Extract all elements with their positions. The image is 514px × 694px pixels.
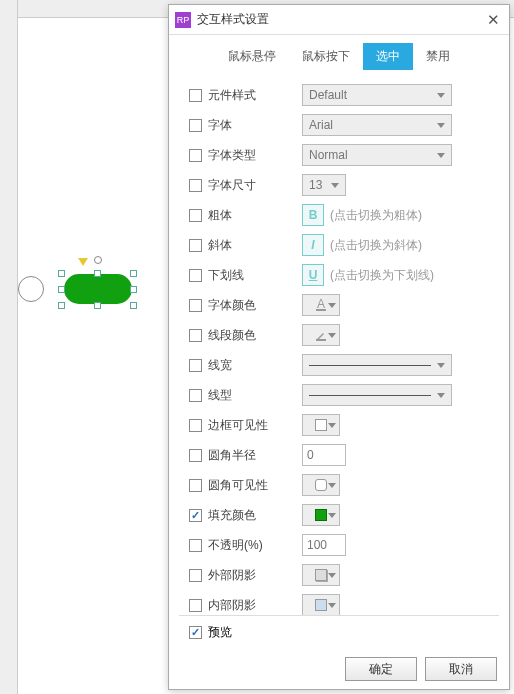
label-corner-vis: 圆角可见性 <box>208 477 268 494</box>
select-widget-style[interactable]: Default <box>302 84 452 106</box>
label-fill-color: 填充颜色 <box>208 507 256 524</box>
checkbox-font[interactable] <box>189 119 202 132</box>
resize-handle-tm[interactable] <box>94 270 101 277</box>
checkbox-underline[interactable] <box>189 269 202 282</box>
resize-handle-ml[interactable] <box>58 286 65 293</box>
resize-handle-tr[interactable] <box>130 270 137 277</box>
toggle-italic[interactable]: I <box>302 234 324 256</box>
resize-handle-tl[interactable] <box>58 270 65 277</box>
tab-hover[interactable]: 鼠标悬停 <box>215 43 289 70</box>
text-color-icon: A <box>315 299 327 311</box>
tab-mousedown[interactable]: 鼠标按下 <box>289 43 363 70</box>
label-opacity: 不透明(%) <box>208 537 263 554</box>
checkbox-font-color[interactable] <box>189 299 202 312</box>
app-icon: RP <box>175 12 191 28</box>
checkbox-outer-shadow[interactable] <box>189 569 202 582</box>
hint-italic: (点击切换为斜体) <box>330 237 422 254</box>
shape-circle[interactable] <box>18 276 44 302</box>
checkbox-preview[interactable] <box>189 626 202 639</box>
checkbox-fill-color[interactable] <box>189 509 202 522</box>
resize-handle-bl[interactable] <box>58 302 65 309</box>
corner-vis-picker[interactable] <box>302 474 340 496</box>
button-row: 确定 取消 <box>169 649 509 689</box>
dialog-titlebar[interactable]: RP 交互样式设置 ✕ <box>169 5 509 35</box>
row-italic: 斜体 I (点击切换为斜体) <box>179 230 503 260</box>
select-font-size[interactable]: 13 <box>302 174 346 196</box>
label-line-style: 线型 <box>208 387 232 404</box>
line-color-picker[interactable] <box>302 324 340 346</box>
label-font-size: 字体尺寸 <box>208 177 256 194</box>
row-corner-vis: 圆角可见性 <box>179 470 503 500</box>
font-color-picker[interactable]: A <box>302 294 340 316</box>
tab-disabled[interactable]: 禁用 <box>413 43 463 70</box>
hint-bold: (点击切换为粗体) <box>330 207 422 224</box>
row-line-color: 线段颜色 <box>179 320 503 350</box>
line-width-select[interactable] <box>302 354 452 376</box>
line-style-select[interactable] <box>302 384 452 406</box>
ruler-vertical <box>0 0 18 694</box>
label-corner-radius: 圆角半径 <box>208 447 256 464</box>
label-font-color: 字体颜色 <box>208 297 256 314</box>
checkbox-line-color[interactable] <box>189 329 202 342</box>
checkbox-font-type[interactable] <box>189 149 202 162</box>
label-widget-style: 元件样式 <box>208 87 256 104</box>
label-line-color: 线段颜色 <box>208 327 256 344</box>
checkbox-font-size[interactable] <box>189 179 202 192</box>
checkbox-line-style[interactable] <box>189 389 202 402</box>
select-font-type[interactable]: Normal <box>302 144 452 166</box>
dialog-title: 交互样式设置 <box>197 11 483 28</box>
shape-pill[interactable] <box>64 274 132 304</box>
checkbox-opacity[interactable] <box>189 539 202 552</box>
row-font: 字体 Arial <box>179 110 503 140</box>
toggle-bold[interactable]: B <box>302 204 324 226</box>
ok-button[interactable]: 确定 <box>345 657 417 681</box>
checkbox-line-width[interactable] <box>189 359 202 372</box>
row-line-width: 线宽 <box>179 350 503 380</box>
tab-selected[interactable]: 选中 <box>363 43 413 70</box>
checkbox-border-vis[interactable] <box>189 419 202 432</box>
select-font[interactable]: Arial <box>302 114 452 136</box>
label-underline: 下划线 <box>208 267 244 284</box>
fill-color-picker[interactable] <box>302 504 340 526</box>
row-inner-shadow: 内部阴影 <box>179 590 503 615</box>
checkbox-italic[interactable] <box>189 239 202 252</box>
resize-handle-bm[interactable] <box>94 302 101 309</box>
checkbox-inner-shadow[interactable] <box>189 599 202 612</box>
label-preview: 预览 <box>208 624 232 641</box>
inner-shadow-picker[interactable] <box>302 594 340 615</box>
row-fill-color: 填充颜色 <box>179 500 503 530</box>
hint-underline: (点击切换为下划线) <box>330 267 434 284</box>
checkbox-widget-style[interactable] <box>189 89 202 102</box>
checkbox-corner-vis[interactable] <box>189 479 202 492</box>
properties-scroll[interactable]: 元件样式 Default 字体 Arial 字体类型 Normal 字体尺寸 1… <box>169 70 509 615</box>
label-line-width: 线宽 <box>208 357 232 374</box>
label-italic: 斜体 <box>208 237 232 254</box>
resize-handle-mr[interactable] <box>130 286 137 293</box>
label-border-vis: 边框可见性 <box>208 417 268 434</box>
pencil-icon <box>315 329 327 341</box>
svg-rect-2 <box>316 339 326 341</box>
close-icon[interactable]: ✕ <box>483 10 503 30</box>
toggle-underline[interactable]: U <box>302 264 324 286</box>
cancel-button[interactable]: 取消 <box>425 657 497 681</box>
border-vis-picker[interactable] <box>302 414 340 436</box>
row-font-type: 字体类型 Normal <box>179 140 503 170</box>
rotate-handle[interactable] <box>94 256 102 264</box>
row-underline: 下划线 U (点击切换为下划线) <box>179 260 503 290</box>
connector-handle[interactable] <box>78 258 88 266</box>
row-corner-radius: 圆角半径 0 <box>179 440 503 470</box>
outer-shadow-picker[interactable] <box>302 564 340 586</box>
resize-handle-br[interactable] <box>130 302 137 309</box>
label-bold: 粗体 <box>208 207 232 224</box>
selected-shape-group[interactable] <box>58 268 138 318</box>
row-outer-shadow: 外部阴影 <box>179 560 503 590</box>
checkbox-corner-radius[interactable] <box>189 449 202 462</box>
row-line-style: 线型 <box>179 380 503 410</box>
input-corner-radius[interactable]: 0 <box>302 444 346 466</box>
input-opacity[interactable]: 100 <box>302 534 346 556</box>
fill-color-swatch <box>315 509 327 521</box>
checkbox-bold[interactable] <box>189 209 202 222</box>
row-widget-style: 元件样式 Default <box>179 80 503 110</box>
row-opacity: 不透明(%) 100 <box>179 530 503 560</box>
svg-rect-1 <box>316 309 326 311</box>
